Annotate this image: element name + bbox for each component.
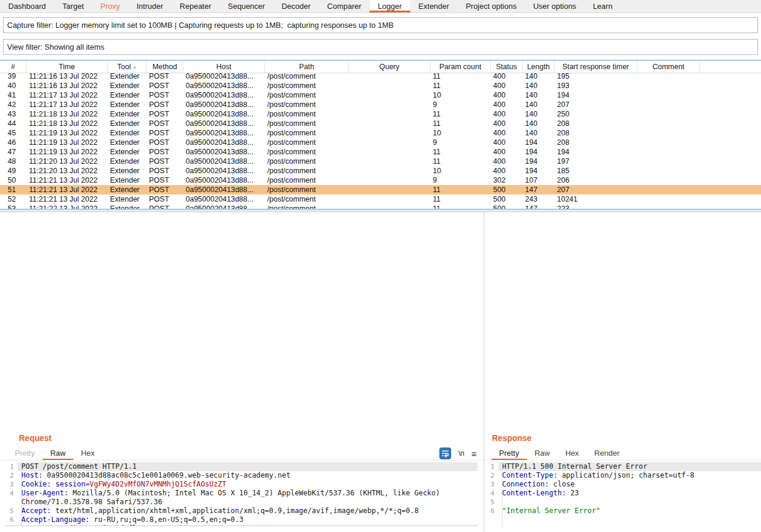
cell-host: 0a9500020413d88... <box>183 157 265 166</box>
main-tab-target[interactable]: Target <box>54 0 92 12</box>
log-row-51[interactable]: 5111:21:21 13 Jul 2022ExtenderPOST0a9500… <box>0 185 761 194</box>
cell-query <box>349 157 430 166</box>
cell-length: 140 <box>523 73 555 81</box>
log-row-46[interactable]: 4611:21:19 13 Jul 2022ExtenderPOST0a9500… <box>0 138 761 147</box>
response-tab-render[interactable]: Render <box>587 446 627 460</box>
column-header-time[interactable]: Time <box>27 61 108 73</box>
log-row-52[interactable]: 5211:21:21 13 Jul 2022ExtenderPOST0a9500… <box>0 194 761 204</box>
cell-start-response-timer: 195 <box>555 73 637 81</box>
cell-tool: Extender <box>108 109 147 119</box>
cell-start-response-timer: 208 <box>555 119 637 128</box>
main-tab-learn[interactable]: Learn <box>585 0 621 12</box>
cell-start-response-timer: 194 <box>555 90 637 100</box>
cell-status: 400 <box>491 81 523 90</box>
cell-path: /post/comment <box>265 138 349 147</box>
log-row-50[interactable]: 5011:21:21 13 Jul 2022ExtenderPOST0a9500… <box>0 176 761 185</box>
cell-method: POST <box>147 147 183 157</box>
column-header-param-count[interactable]: Param count <box>430 61 491 73</box>
main-tab-extender[interactable]: Extender <box>410 0 458 12</box>
cell-tool: Extender <box>108 119 147 128</box>
cell-host: 0a9500020413d88... <box>183 100 265 109</box>
request-line: 6Accept-Language: ru-RU,ru;q=0.8,en-US;q… <box>5 515 478 524</box>
column-header-start-response-timer[interactable]: Start response timer <box>555 61 637 73</box>
main-tab-logger[interactable]: Logger <box>370 0 410 12</box>
request-title: Request <box>19 433 51 443</box>
cell-comment <box>637 166 700 176</box>
request-tab-raw[interactable]: Raw <box>43 446 73 460</box>
view-filter-bar[interactable]: View filter: Showing all items <box>3 39 758 55</box>
column-header-method[interactable]: Method <box>147 61 183 73</box>
cell-status: 500 <box>491 185 523 194</box>
cell-status: 400 <box>491 73 523 81</box>
main-tab-project-options[interactable]: Project options <box>458 0 525 12</box>
main-tab-decoder[interactable]: Decoder <box>273 0 319 12</box>
line-number: 2 <box>5 471 18 480</box>
request-tab-pretty[interactable]: Pretty <box>7 446 43 460</box>
request-tab-hex[interactable]: Hex <box>73 446 102 460</box>
cell-method: POST <box>147 204 183 209</box>
response-tab-hex[interactable]: Hex <box>558 446 587 460</box>
log-row-40[interactable]: 4011:21:16 13 Jul 2022ExtenderPOST0a9500… <box>0 81 761 90</box>
main-tab-user-options[interactable]: User options <box>525 0 585 12</box>
cell--: 45 <box>0 128 27 138</box>
main-tab-intruder[interactable]: Intruder <box>128 0 171 12</box>
cell-tool: Extender <box>108 100 147 109</box>
log-row-53[interactable]: 5311:21:22 13 Jul 2022ExtenderPOST0a9500… <box>0 204 761 209</box>
main-tab-comparer[interactable]: Comparer <box>319 0 370 12</box>
cell-param-count: 9 <box>430 138 491 147</box>
request-tab-bar: PrettyRawHex <box>0 446 484 460</box>
log-row-41[interactable]: 4111:21:17 13 Jul 2022ExtenderPOST0a9500… <box>0 90 761 100</box>
request-line: 2Host: 0a9500020413d88ac08c5c1e001a0069.… <box>5 471 478 480</box>
column-header-path[interactable]: Path <box>265 61 349 73</box>
cell-query <box>349 100 430 109</box>
column-header-length[interactable]: Length <box>523 61 555 73</box>
cell-path: /post/comment <box>265 176 349 185</box>
cell-comment <box>637 119 700 128</box>
log-row-45[interactable]: 4511:21:19 13 Jul 2022ExtenderPOST0a9500… <box>0 128 761 138</box>
column-header-tool[interactable]: Tool∧ <box>108 61 147 73</box>
word-wrap-icon[interactable] <box>439 447 451 459</box>
cell-param-count: 9 <box>430 100 491 109</box>
capture-filter-bar[interactable]: Capture filter: Logger memory limit set … <box>3 17 758 33</box>
column-header-status[interactable]: Status <box>491 61 523 73</box>
main-tab-proxy[interactable]: Proxy <box>92 0 128 12</box>
cell-start-response-timer: 194 <box>555 147 637 157</box>
response-line-text: HTTP/1.1 500 Internal Server Error <box>498 462 761 471</box>
log-row-39[interactable]: 3911:21:16 13 Jul 2022ExtenderPOST0a9500… <box>0 73 761 81</box>
cell-path: /post/comment <box>265 119 349 128</box>
cell-method: POST <box>147 166 183 176</box>
main-tab-dashboard[interactable]: Dashboard <box>0 0 54 12</box>
log-row-48[interactable]: 4811:21:20 13 Jul 2022ExtenderPOST0a9500… <box>0 157 761 166</box>
log-row-47[interactable]: 4711:21:19 13 Jul 2022ExtenderPOST0a9500… <box>0 147 761 157</box>
column-header-comment[interactable]: Comment <box>637 61 700 73</box>
cell-param-count: 11 <box>430 157 491 166</box>
request-editor[interactable]: 1POST /post/comment HTTP/1.12Host: 0a950… <box>5 462 478 526</box>
log-row-44[interactable]: 4411:21:18 13 Jul 2022ExtenderPOST0a9500… <box>0 119 761 128</box>
response-line-text <box>498 498 761 507</box>
main-tab-sequencer[interactable]: Sequencer <box>219 0 273 12</box>
cell-time: 11:21:21 13 Jul 2022 <box>27 185 108 194</box>
cell-query <box>349 194 430 204</box>
cell-path: /post/comment <box>265 194 349 204</box>
log-row-42[interactable]: 4211:21:17 13 Jul 2022ExtenderPOST0a9500… <box>0 100 761 109</box>
cell-query <box>349 109 430 119</box>
column-header-host[interactable]: Host <box>183 61 265 73</box>
cell-query <box>349 138 430 147</box>
cell-host: 0a9500020413d88... <box>183 204 265 209</box>
show-newlines-icon[interactable]: \n <box>458 449 464 458</box>
log-row-43[interactable]: 4311:21:18 13 Jul 2022ExtenderPOST0a9500… <box>0 109 761 119</box>
cell-query <box>349 204 430 209</box>
main-tab-repeater[interactable]: Repeater <box>171 0 219 12</box>
cell--: 41 <box>0 90 27 100</box>
column-header--[interactable]: # <box>0 61 27 73</box>
cell-host: 0a9500020413d88... <box>183 128 265 138</box>
column-header-query[interactable]: Query <box>349 61 430 73</box>
response-tab-pretty[interactable]: Pretty <box>491 446 527 460</box>
response-tab-raw[interactable]: Raw <box>527 446 558 460</box>
sort-asc-icon: ∧ <box>132 64 137 70</box>
response-editor[interactable]: 1HTTP/1.1 500 Internal Server Error2Cont… <box>485 462 761 526</box>
editor-menu-icon[interactable]: ≡ <box>471 449 477 459</box>
cell-query <box>349 166 430 176</box>
vertical-splitter[interactable] <box>484 212 484 532</box>
log-row-49[interactable]: 4911:21:20 13 Jul 2022ExtenderPOST0a9500… <box>0 166 761 176</box>
